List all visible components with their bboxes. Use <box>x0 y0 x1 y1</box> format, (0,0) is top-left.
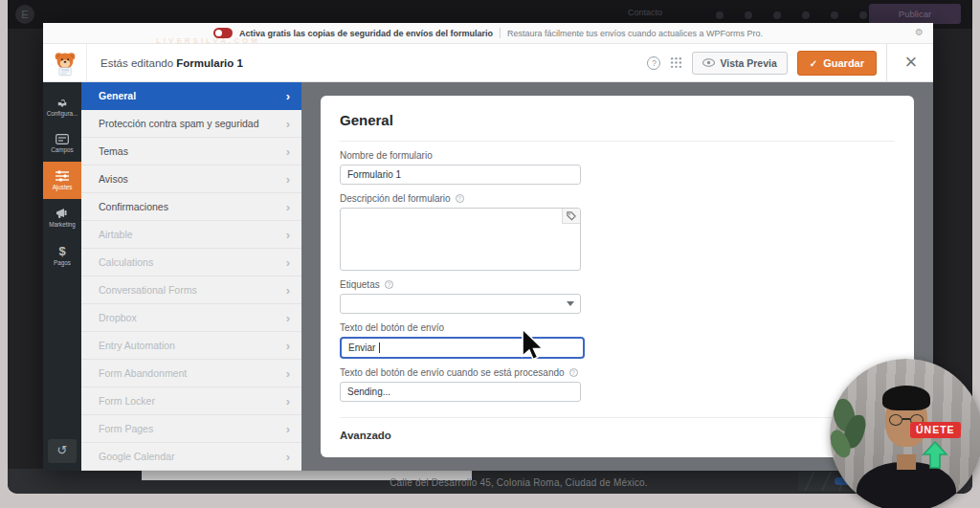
menu-item-form-locker[interactable]: Form Locker <box>81 387 301 415</box>
svg-text:$: $ <box>58 244 66 257</box>
tag-icon <box>567 211 576 221</box>
save-label: Guardar <box>823 57 864 69</box>
webcam-overlay: ÚNETE <box>830 359 980 508</box>
chevron-right-icon <box>286 422 290 436</box>
help-icon[interactable] <box>647 56 660 70</box>
nav-label: Marketing <box>49 221 76 228</box>
nav-item-settings[interactable]: Ajustes <box>43 162 81 199</box>
settings-menu: General Protección contra spam y segurid… <box>81 82 301 471</box>
gear-icon <box>56 96 69 108</box>
info-icon[interactable] <box>456 194 464 203</box>
dimmed-page-bottom: Calle del Desarrollo 45, Colonia Roma, C… <box>8 469 972 494</box>
menu-item-form-abandonment[interactable]: Form Abandonment <box>81 360 301 387</box>
menu-item-calculations[interactable]: Calculations <box>81 249 301 276</box>
chevron-right-icon <box>286 172 290 187</box>
general-settings-panel: General Nombre de formulario Descripción… <box>321 96 914 457</box>
publish-button[interactable]: Publicar <box>869 4 961 24</box>
text-caret <box>379 342 380 353</box>
menu-item-confirmations[interactable]: Confirmaciones <box>81 193 301 221</box>
menu-label: Avisos <box>99 173 128 185</box>
panel-divider <box>340 141 895 142</box>
menu-item-spam[interactable]: Protección contra spam y seguridad <box>81 110 301 138</box>
form-name-input[interactable] <box>340 165 581 185</box>
processing-text-label: Texto del botón de envío cuando se está … <box>340 367 895 378</box>
menu-label: Form Pages <box>99 423 153 434</box>
chevron-right-icon <box>286 311 290 325</box>
menu-label: Confirmaciones <box>99 201 168 212</box>
menu-item-form-pages[interactable]: Form Pages <box>81 415 301 443</box>
menu-item-google-calendar[interactable]: Google Calendar <box>81 443 301 471</box>
chevron-right-icon <box>286 228 290 242</box>
form-description-textarea[interactable] <box>340 208 581 271</box>
dollar-icon: $ <box>57 244 67 257</box>
wp-page-title: Contacto <box>628 8 662 17</box>
menu-item-conversational-forms[interactable]: Conversational Forms <box>81 276 301 304</box>
gear-icon[interactable] <box>915 27 924 37</box>
save-button[interactable]: Guardar <box>797 51 877 76</box>
preview-button[interactable]: Vista Previa <box>692 52 787 75</box>
nav-item-marketing[interactable]: Marketing <box>43 199 81 236</box>
info-icon[interactable] <box>569 368 578 377</box>
chevron-right-icon <box>286 394 290 409</box>
submit-text-input[interactable] <box>340 337 585 359</box>
recording-screen: E Contacto Publicar Calle del Desarrollo… <box>8 0 972 494</box>
menu-item-dropbox[interactable]: Dropbox <box>81 304 301 332</box>
menu-label: Protección contra spam y seguridad <box>99 118 259 129</box>
presenter-neck <box>897 454 916 470</box>
nav-item-setup[interactable]: Configura... <box>43 87 81 124</box>
chevron-right-icon <box>286 117 290 131</box>
wp-toolbar-icons <box>716 11 867 19</box>
menu-item-entry-automation[interactable]: Entry Automation <box>81 332 301 360</box>
menu-item-airtable[interactable]: Airtable <box>81 221 301 249</box>
grid-icon[interactable] <box>670 56 682 69</box>
notification-divider <box>500 28 501 38</box>
mouse-cursor-icon <box>520 328 545 363</box>
menu-item-notifications[interactable]: Avisos <box>81 166 301 193</box>
arrow-up-icon <box>922 441 948 470</box>
form-description-label: Descripción del formulario <box>340 193 895 204</box>
wpforms-builder-modal: Activa gratis las copias de seguridad de… <box>43 23 933 471</box>
fields-icon <box>56 134 69 144</box>
chevron-right-icon <box>286 339 290 353</box>
tags-select[interactable] <box>340 294 581 314</box>
close-icon[interactable] <box>897 53 925 74</box>
menu-label: Airtable <box>99 229 133 240</box>
processing-text-input[interactable] <box>340 382 581 402</box>
panel-divider <box>340 417 895 418</box>
join-badge[interactable]: ÚNETE <box>910 422 961 438</box>
menu-label: Conversational Forms <box>99 284 197 296</box>
menu-label: Dropbox <box>99 312 137 323</box>
chevron-right-icon <box>286 89 290 103</box>
check-icon <box>810 57 817 69</box>
builder-header: Estás editando Formulario 1 Vista Previa <box>43 44 933 82</box>
menu-label: Calculations <box>99 256 153 268</box>
label-text: Texto del botón de envío cuando se está … <box>340 367 565 378</box>
eye-icon <box>702 58 715 67</box>
menu-label: General <box>99 90 136 101</box>
site-logo: E <box>15 5 34 24</box>
nav-item-fields[interactable]: Campos <box>43 124 81 162</box>
form-name: Formulario 1 <box>176 57 243 69</box>
chevron-right-icon <box>286 366 290 381</box>
chevron-right-icon <box>286 200 290 214</box>
chevron-right-icon <box>286 144 290 159</box>
nav-label: Configura... <box>47 110 78 117</box>
advanced-section-toggle[interactable]: Avanzado <box>340 430 895 441</box>
editing-title: Estás editando Formulario 1 <box>100 57 243 69</box>
submit-text-label: Texto del botón de envío <box>340 322 895 333</box>
editing-prefix: Estás editando <box>100 57 176 69</box>
menu-label: Entry Automation <box>99 340 175 351</box>
nav-item-payments[interactable]: $ Pagos <box>43 236 81 274</box>
preview-label: Vista Previa <box>720 57 776 69</box>
info-icon[interactable] <box>385 280 393 289</box>
smart-tags-button[interactable] <box>562 209 580 224</box>
history-icon[interactable] <box>48 439 77 463</box>
menu-item-themes[interactable]: Temas <box>81 138 301 166</box>
nav-label: Campos <box>51 146 73 153</box>
sliders-icon <box>56 170 69 182</box>
menu-label: Google Calendar <box>99 451 174 462</box>
chevron-right-icon <box>286 450 290 464</box>
menu-item-general[interactable]: General <box>81 82 301 110</box>
notification-secondary-text: Restaura fácilmente tus envíos cuando ac… <box>507 29 763 38</box>
menu-label: Temas <box>99 145 128 157</box>
